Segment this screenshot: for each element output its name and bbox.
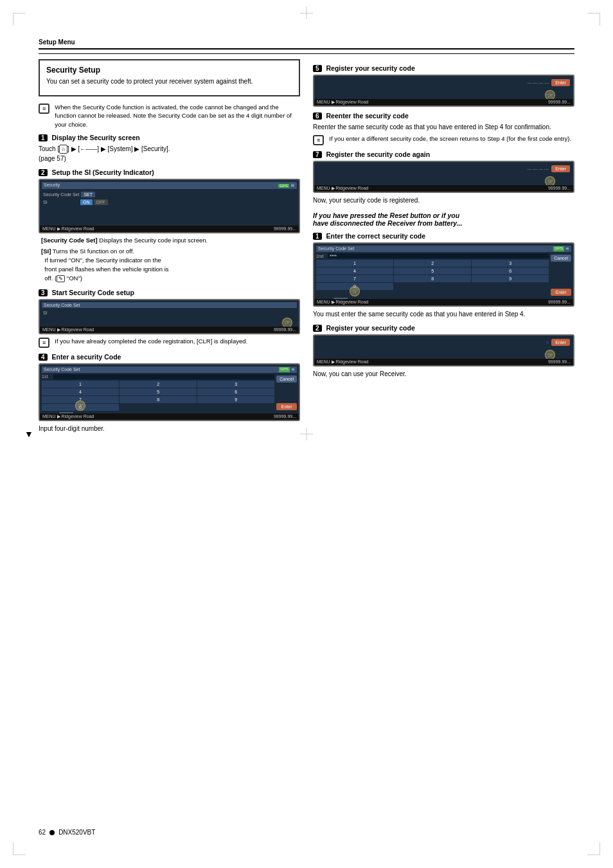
- screen3-titlebar: Security Code Set: [42, 302, 297, 308]
- screen-step2-inner: Security GPS ≋ Security Code Set SET: [39, 179, 300, 233]
- step2-label: Setup the SI (Security Indicator): [51, 168, 154, 176]
- key-8[interactable]: 8: [120, 396, 197, 403]
- security-setup-title: Security Setup: [46, 66, 292, 75]
- r1-keypad: 1 2 3 4 5 6 7 8 9 0: [316, 260, 549, 290]
- screen5-enter[interactable]: Enter: [551, 79, 570, 86]
- si-scs-label: [Security Code Set]: [41, 237, 98, 244]
- finger-icon-5: ☞: [547, 92, 553, 99]
- gps-icon: GPS: [278, 184, 289, 188]
- screen-r1-signal: ≋: [565, 246, 569, 251]
- key-5[interactable]: 5: [120, 388, 197, 395]
- screen4-row1: 1st: [42, 374, 274, 379]
- note-text-1: When the Security Code function is activ…: [55, 103, 300, 129]
- r1-key-9[interactable]: 9: [472, 275, 549, 282]
- screen-r1-navbar: MENU ▶ Ridgeview Road 99999.99...: [314, 299, 573, 305]
- screen2-icons: GPS ≋: [278, 183, 295, 188]
- screen-step7-inner: — — — — Enter ☞ MENU ▶ Ridgeview Road 99…: [313, 161, 574, 193]
- page-number: 62: [39, 829, 46, 836]
- screen-r1-right: Cancel Enter: [551, 253, 571, 297]
- screen2-navbar: MENU ▶ Ridgeview Road 99999.99...: [40, 226, 299, 232]
- security-setup-desc: You can set a security code to protect y…: [46, 77, 292, 86]
- screen-step5-inner: — — — — Enter ☞ MENU ▶ Ridgeview Road 99…: [313, 75, 574, 107]
- screen2-scs-label: Security Code Set: [43, 192, 79, 197]
- corner-tr: [587, 13, 600, 26]
- r-step2-num: 2: [313, 325, 322, 332]
- center-crosshair-v: [306, 428, 307, 440]
- screen7-content: — — — — Enter: [316, 164, 571, 174]
- screen-step4-inner: Security Code Set GPS ≋ 1st: [39, 363, 300, 421]
- r-step1-header: 1 Enter the correct security code: [313, 232, 574, 240]
- step1-header: 1 Display the Security screen: [39, 134, 300, 141]
- screen-step7: — — — — Enter ☞ MENU ▶ Ridgeview Road 99…: [313, 161, 574, 193]
- r1-key-8[interactable]: 8: [394, 275, 471, 282]
- first-label: 1st: [42, 374, 52, 379]
- screen-r1-gps: GPS: [553, 246, 564, 251]
- finger-icon-r1: ☞: [352, 288, 358, 295]
- step1-num: 1: [39, 134, 48, 141]
- key-3[interactable]: 3: [197, 381, 274, 388]
- screen2-row1: Security Code Set SET: [43, 192, 296, 197]
- r1-enter-btn[interactable]: Enter: [551, 289, 571, 296]
- screen4-titlebar: Security Code Set GPS ≋: [42, 366, 297, 373]
- r1-key-7[interactable]: 7: [316, 275, 393, 282]
- page-model: DNX520VBT: [58, 829, 95, 836]
- screen4-right: Cancel Enter: [276, 374, 297, 411]
- step5-header: 5 Register your security code: [313, 64, 574, 72]
- left-column: Security Setup You can set a security co…: [39, 59, 300, 436]
- step6-body: Reenter the same security code as that y…: [313, 122, 574, 132]
- screen7-enter[interactable]: Enter: [551, 165, 570, 172]
- screen4-title: Security Code Set: [44, 367, 80, 372]
- left-arrow-indicator: ▼: [24, 429, 33, 439]
- r1-key-1[interactable]: 1: [316, 260, 393, 267]
- screen3-title: Security Code Set: [44, 303, 80, 307]
- r1-key-5[interactable]: 5: [394, 267, 471, 275]
- r1-key-4[interactable]: 4: [316, 267, 393, 275]
- key-1[interactable]: 1: [42, 381, 119, 388]
- screen2-content: Security Code Set SET SI ON OFF: [42, 190, 297, 206]
- screen-r1-title: Security Code Set: [318, 246, 354, 251]
- screen5-content: — — — — Enter: [316, 78, 571, 87]
- key-6[interactable]: 6: [197, 388, 274, 395]
- r-step1-label: Enter the correct security code: [326, 232, 425, 240]
- screen-r2-menu: MENU ▶ Ridgeview Road: [317, 359, 368, 365]
- r1-cancel-btn[interactable]: Cancel: [551, 255, 571, 262]
- note-box-clr: ≡ If you have already completed the code…: [39, 337, 300, 348]
- r1-key-2[interactable]: 2: [394, 260, 471, 267]
- r-step1-num: 1: [313, 233, 322, 240]
- screen4-navbar: MENU ▶ Ridgeview Road 99999.99...: [40, 413, 299, 420]
- note-box-2: ≡ If you enter a different security code…: [313, 134, 574, 145]
- screen5-menu: MENU ▶ Ridgeview Road: [317, 100, 368, 105]
- screen3-menu: MENU ▶ Ridgeview Road: [42, 327, 94, 332]
- footer-dot: [49, 830, 55, 835]
- screen2-dist: 99999.99...: [274, 226, 296, 231]
- screen2-toggle: ON OFF: [80, 199, 108, 205]
- touch-indicator-r1: ☞: [350, 286, 360, 296]
- note-icon-1: ≡: [39, 104, 49, 114]
- divider: [39, 53, 574, 54]
- setup-menu-label: Setup Menu: [39, 39, 574, 50]
- note-box-1: ≡ When the Security Code function is act…: [39, 103, 300, 129]
- step1-label: Display the Security screen: [51, 134, 139, 141]
- step7-label: Register the security code again: [326, 150, 430, 158]
- screen-r2-enter[interactable]: Enter: [551, 339, 570, 346]
- screen5-dist: 99999.99...: [548, 100, 571, 105]
- finger-icon-3: ☞: [285, 319, 290, 326]
- finger-icon-4: ☞: [78, 402, 84, 409]
- r1-key-6[interactable]: 6: [472, 267, 549, 275]
- registered-text: Now, your security code is registered.: [313, 195, 574, 205]
- note-icon-2: ≡: [313, 135, 324, 145]
- cancel-btn-screen[interactable]: Cancel: [276, 375, 297, 383]
- step3-header: 3 Start Security Code setup: [39, 289, 300, 296]
- arrow-icon: ←——: [80, 146, 97, 152]
- r-step1-desc: You must enter the same security code as…: [313, 309, 574, 319]
- enter-btn-screen[interactable]: Enter: [276, 403, 297, 410]
- r1-key-3[interactable]: 3: [472, 260, 549, 267]
- key-4[interactable]: 4: [42, 388, 119, 395]
- key-9[interactable]: 9: [197, 396, 274, 403]
- r1-2nd-label: 2nd: [316, 254, 326, 258]
- r-step2-header: 2 Register your security code: [313, 324, 574, 332]
- screen2-titlebar: Security GPS ≋: [42, 182, 297, 189]
- key-2[interactable]: 2: [120, 381, 197, 388]
- note-text-2: If you enter a different security code, …: [329, 134, 571, 143]
- step5-label: Register your security code: [326, 64, 414, 72]
